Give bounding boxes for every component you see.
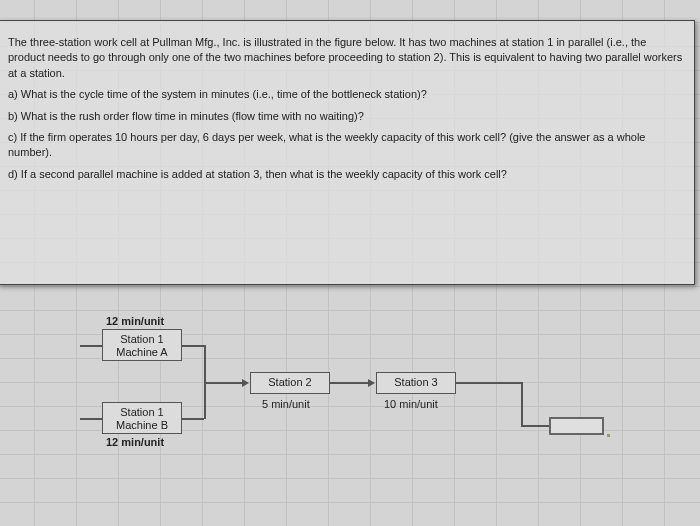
merge-to-s2 bbox=[204, 382, 244, 384]
merge-b-h bbox=[182, 418, 204, 420]
station2-time: 5 min/unit bbox=[262, 398, 310, 410]
page-root: The three-station work cell at Pullman M… bbox=[0, 0, 700, 526]
station2-label: Station 2 bbox=[268, 376, 311, 388]
question-a: a) What is the cycle time of the system … bbox=[8, 87, 684, 102]
station2-box: Station 2 bbox=[250, 372, 330, 394]
line-s3-out-a bbox=[456, 382, 521, 384]
station1-b-box: Station 1 Machine B bbox=[102, 402, 182, 434]
station1-a-time: 12 min/unit bbox=[106, 315, 164, 327]
question-b: b) What is the rush order flow time in m… bbox=[8, 109, 684, 124]
question-box: The three-station work cell at Pullman M… bbox=[0, 20, 695, 285]
station3-box: Station 3 bbox=[376, 372, 456, 394]
question-c: c) If the firm operates 10 hours per day… bbox=[8, 130, 684, 161]
station1-b-label: Station 1 Machine B bbox=[107, 406, 177, 432]
line-s3-out-v bbox=[521, 382, 523, 426]
station1-b-time: 12 min/unit bbox=[106, 436, 164, 448]
arrow-to-s3 bbox=[368, 379, 375, 387]
in-line-a bbox=[80, 345, 102, 347]
process-diagram: 12 min/unit Station 1 Machine A Station … bbox=[80, 312, 620, 512]
question-intro: The three-station work cell at Pullman M… bbox=[8, 35, 684, 81]
line-s3-out-b bbox=[521, 425, 549, 427]
question-d: d) If a second parallel machine is added… bbox=[8, 167, 684, 182]
merge-a-h bbox=[182, 345, 204, 347]
station1-a-box: Station 1 Machine A bbox=[102, 329, 182, 361]
decor-dot bbox=[607, 434, 610, 437]
station1-a-label: Station 1 Machine A bbox=[107, 333, 177, 359]
line-s2-s3 bbox=[330, 382, 370, 384]
station3-time: 10 min/unit bbox=[384, 398, 438, 410]
output-rect bbox=[549, 417, 604, 435]
arrow-to-s2 bbox=[242, 379, 249, 387]
station3-label: Station 3 bbox=[394, 376, 437, 388]
in-line-b bbox=[80, 418, 102, 420]
